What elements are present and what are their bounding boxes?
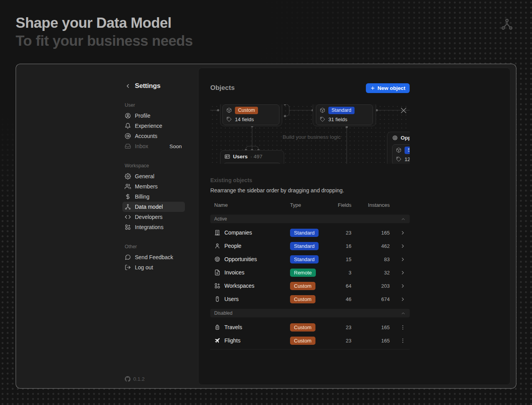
- tag-icon: [396, 156, 401, 162]
- sidebar-item-label: Inbox: [135, 143, 148, 149]
- chevron-right-icon[interactable]: [400, 283, 406, 289]
- data-model-diagram: Custom 14 fields Standard 31 fi: [210, 104, 410, 164]
- sidebar-item-accounts[interactable]: Accounts: [122, 131, 185, 141]
- page-hero: Shape your Data Model To fit your busine…: [16, 14, 193, 50]
- type-badge: Custom: [290, 282, 315, 290]
- settings-back[interactable]: Settings: [122, 81, 185, 91]
- box-icon: [320, 108, 325, 113]
- instances-count: 462: [355, 243, 393, 249]
- code-icon: [125, 214, 131, 220]
- existing-objects-heading: Existing objects: [210, 177, 410, 183]
- chevron-right-icon[interactable]: [400, 270, 406, 276]
- active-section-toggle[interactable]: Active: [210, 215, 410, 223]
- sidebar-item-label: Developers: [135, 214, 163, 220]
- sidebar-item-send-feedback[interactable]: Send Feedback: [122, 252, 185, 262]
- table-row[interactable]: People Standard 16 462: [210, 239, 410, 253]
- objects-header: Objects New object: [210, 83, 410, 93]
- fields-count: 31 fields: [328, 116, 347, 122]
- diagram-caption: Build your business logic: [283, 134, 341, 140]
- sidebar-item-label: Accounts: [135, 133, 158, 139]
- table-row[interactable]: Companies Standard 23 165: [210, 226, 410, 239]
- data-model-icon: [501, 18, 513, 30]
- file-icon: [214, 269, 220, 276]
- sidebar-item-label: Send Feedback: [135, 254, 173, 260]
- type-badge: Custom: [290, 337, 315, 345]
- github-icon: [125, 376, 131, 382]
- data-model-icon: [125, 204, 131, 210]
- instances-count: 83: [355, 256, 393, 262]
- existing-objects-description: Rearrange the sidebar order by dragging …: [210, 187, 410, 194]
- chevron-right-icon[interactable]: [400, 243, 406, 249]
- box-icon: [396, 147, 401, 153]
- target-icon: [392, 135, 398, 141]
- sidebar-item-label: Integrations: [135, 224, 163, 230]
- message-icon: [125, 254, 131, 260]
- tag-icon: [226, 116, 232, 122]
- kebab-menu-icon[interactable]: [400, 324, 406, 330]
- new-object-button[interactable]: New object: [366, 83, 410, 93]
- box-icon: [226, 108, 232, 113]
- section-label: Workspace: [122, 163, 185, 168]
- sidebar-item-billing[interactable]: Billing: [122, 192, 185, 202]
- sidebar-item-label: Experience: [135, 123, 162, 129]
- diagram-standard-card[interactable]: Standard 31 fields: [316, 104, 373, 125]
- chevron-up-icon: [401, 311, 406, 316]
- plane-icon: [214, 337, 220, 344]
- sidebar-item-members[interactable]: Members: [122, 181, 185, 192]
- plus-icon: [370, 86, 375, 91]
- table-row[interactable]: Travels Custom 23 165: [210, 321, 410, 334]
- column-instances: Instances: [355, 202, 393, 208]
- type-badge: Custom: [235, 107, 258, 114]
- object-name: Travels: [224, 324, 242, 330]
- instances-count: 165: [355, 338, 393, 344]
- kebab-menu-icon[interactable]: [400, 338, 406, 344]
- chevron-left-icon: [125, 83, 131, 89]
- logout-icon: [125, 264, 131, 271]
- sidebar-item-general[interactable]: General: [122, 171, 185, 181]
- sidebar-item-data-model[interactable]: Data model: [122, 202, 185, 212]
- members-icon: [125, 183, 131, 190]
- table-row[interactable]: Invoices Remote 3 32: [210, 266, 410, 279]
- sidebar-item-experience[interactable]: Experience: [122, 121, 185, 131]
- sidebar-item-label: Profile: [135, 113, 150, 119]
- target-icon: [214, 256, 220, 262]
- page-subtitle: To fit your business needs: [16, 32, 193, 50]
- chevron-right-icon[interactable]: [400, 230, 406, 236]
- sidebar-item-label: Data model: [135, 204, 163, 210]
- type-badge: Custom: [290, 295, 315, 303]
- chevron-right-icon[interactable]: [400, 296, 406, 302]
- table-row[interactable]: Users Custom 46 674: [210, 292, 410, 306]
- instances-count: 674: [355, 296, 393, 302]
- disabled-section-toggle[interactable]: Disabled: [210, 309, 410, 317]
- sidebar-section-user: User Profile Experience Accounts Inbox S…: [122, 102, 185, 151]
- apps-icon: [125, 224, 131, 230]
- type-badge: Remote: [290, 269, 316, 277]
- diagram-custom-card[interactable]: Custom 14 fields: [222, 104, 279, 125]
- instances-count: 165: [355, 230, 393, 236]
- objects-content-panel: Objects New object: [198, 68, 511, 385]
- settings-title: Settings: [135, 82, 160, 90]
- fields-count: 46: [328, 296, 355, 302]
- diagram-users-card[interactable]: Users · 497: [220, 150, 284, 164]
- type-badge: Standard: [405, 147, 410, 154]
- table-row[interactable]: Workspaces Custom 64 203: [210, 279, 410, 292]
- sidebar-section-other: Other Send Feedback Log out: [122, 244, 185, 272]
- apps-icon: [214, 283, 220, 289]
- sidebar-item-integrations[interactable]: Integrations: [122, 222, 185, 232]
- user-circle-icon: [125, 113, 131, 119]
- active-rows: Companies Standard 23 165 People Standar…: [210, 226, 410, 306]
- sidebar-item-label: Billing: [135, 194, 149, 200]
- table-bottom-divider: [210, 349, 410, 349]
- diagram-opportunities-card[interactable]: Opportunities Standard 12 fields: [387, 132, 410, 164]
- object-name: Flights: [224, 337, 240, 344]
- fields-count: 12 fields: [405, 156, 410, 162]
- chevron-right-icon[interactable]: [400, 256, 406, 262]
- fields-count: 23: [328, 338, 355, 344]
- sidebar-item-profile[interactable]: Profile: [122, 111, 185, 121]
- table-row[interactable]: Opportunities Standard 15 83: [210, 253, 410, 266]
- sidebar-item-developers[interactable]: Developers: [122, 212, 185, 222]
- sidebar-item-label: General: [135, 173, 154, 179]
- sidebar-item-log-out[interactable]: Log out: [122, 262, 185, 272]
- table-row[interactable]: Flights Custom 23 165: [210, 334, 410, 347]
- instances-count: 32: [355, 270, 393, 276]
